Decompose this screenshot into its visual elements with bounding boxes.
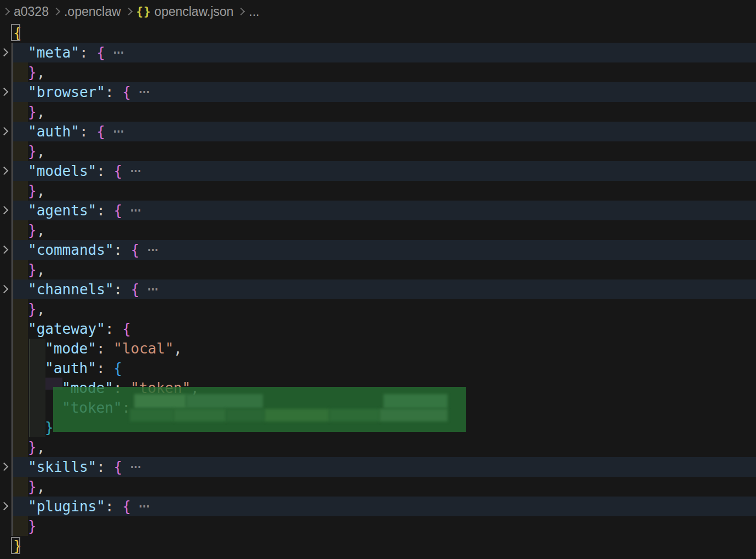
code-line[interactable]: }, bbox=[0, 299, 756, 319]
code-token-b3t: } bbox=[45, 419, 54, 436]
folded-region-ellipsis[interactable]: ··· bbox=[111, 44, 122, 61]
code-token-punct: : bbox=[79, 123, 96, 140]
code-line[interactable]: }, bbox=[0, 62, 756, 82]
code-token-punct: : bbox=[114, 281, 131, 298]
redacted-token-value bbox=[174, 409, 226, 421]
code-token-key: "browser" bbox=[28, 84, 105, 100]
code-token-b2: } bbox=[28, 222, 37, 238]
code-token-key: "agents" bbox=[28, 202, 96, 219]
code-line[interactable]: }, bbox=[0, 477, 756, 497]
code-line[interactable]: "channels": {··· bbox=[0, 280, 756, 299]
redacted-token-value bbox=[130, 409, 174, 421]
folded-region-ellipsis[interactable]: ··· bbox=[136, 84, 147, 100]
breadcrumb-item-subfolder[interactable]: .openclaw bbox=[64, 4, 121, 19]
code-token-punct: : bbox=[96, 459, 113, 475]
code-token-punct: , bbox=[37, 182, 45, 199]
code-token-b3: { bbox=[113, 360, 122, 377]
code-token-b2: { bbox=[114, 459, 123, 475]
code-token-key: "auth" bbox=[45, 360, 96, 377]
redacted-token-value bbox=[329, 409, 380, 421]
code-token-punct: , bbox=[37, 143, 45, 159]
redacted-token-value bbox=[265, 409, 329, 421]
code-line[interactable]: "models": {··· bbox=[0, 161, 756, 181]
fold-chevron-icon[interactable] bbox=[0, 127, 8, 136]
code-token-b2: } bbox=[28, 182, 37, 199]
code-line[interactable]: "plugins": {··· bbox=[0, 497, 756, 516]
bracket-match-highlight bbox=[11, 537, 20, 554]
code-line[interactable]: }, bbox=[0, 181, 756, 201]
code-line[interactable]: } bbox=[0, 536, 756, 556]
code-token-key: "mode" bbox=[45, 340, 96, 357]
code-token-key: "auth" bbox=[28, 123, 79, 140]
code-token-key: "skills" bbox=[28, 459, 96, 475]
code-token-key: "meta" bbox=[28, 44, 79, 61]
code-line[interactable]: "meta": {··· bbox=[0, 43, 756, 62]
redacted-token-value bbox=[380, 409, 448, 421]
code-token-punct: , bbox=[37, 439, 45, 455]
code-line[interactable]: "mode": "local", bbox=[0, 339, 756, 358]
code-line[interactable]: } bbox=[0, 516, 756, 536]
folded-region-ellipsis[interactable]: ··· bbox=[145, 242, 156, 258]
breadcrumb-item-file[interactable]: openclaw.json bbox=[154, 4, 234, 19]
code-line[interactable]: "auth": {··· bbox=[0, 122, 756, 141]
code-token-punct: , bbox=[37, 104, 45, 120]
fold-chevron-icon[interactable] bbox=[0, 463, 8, 471]
folded-region-ellipsis[interactable]: ··· bbox=[128, 202, 139, 219]
chevron-right-icon bbox=[53, 8, 60, 15]
code-line[interactable]: }, bbox=[0, 437, 756, 457]
code-lines: {"meta": {···},"browser": {···},"auth": … bbox=[0, 23, 756, 556]
folded-region-ellipsis[interactable]: ··· bbox=[128, 163, 139, 179]
code-token-b2: { bbox=[96, 123, 105, 140]
redacted-token-value bbox=[226, 409, 265, 421]
breadcrumb-item-folder[interactable]: a0328 bbox=[14, 4, 49, 19]
code-token-key: "commands" bbox=[28, 242, 114, 258]
code-token-key: "models" bbox=[28, 163, 96, 179]
code-token-punct: , bbox=[37, 301, 45, 317]
code-token-b2: { bbox=[131, 242, 140, 258]
code-token-b2: } bbox=[28, 478, 37, 495]
code-line[interactable]: }, bbox=[0, 141, 756, 161]
folded-region-ellipsis[interactable]: ··· bbox=[145, 281, 156, 298]
code-token-punct: : bbox=[79, 44, 96, 61]
bracket-match-highlight bbox=[11, 24, 20, 41]
code-token-punct: : bbox=[96, 340, 113, 357]
code-line[interactable]: "browser": {··· bbox=[0, 82, 756, 102]
code-line[interactable]: "gateway": { bbox=[0, 319, 756, 339]
code-token-b2: { bbox=[131, 281, 140, 298]
code-line[interactable]: "skills": {··· bbox=[0, 457, 756, 477]
code-token-punct: , bbox=[37, 478, 45, 495]
folded-region-ellipsis[interactable]: ··· bbox=[111, 123, 122, 140]
code-line[interactable]: { bbox=[0, 23, 756, 43]
folded-region-ellipsis[interactable]: ··· bbox=[128, 459, 139, 475]
fold-chevron-icon[interactable] bbox=[0, 167, 8, 175]
redacted-token-value bbox=[186, 394, 263, 408]
folded-region-ellipsis[interactable]: ··· bbox=[136, 498, 147, 515]
code-line[interactable]: "agents": {··· bbox=[0, 201, 756, 220]
code-line[interactable]: }, bbox=[0, 102, 756, 122]
code-token-b2: } bbox=[28, 104, 37, 120]
code-token-str: "local" bbox=[113, 340, 174, 357]
code-line[interactable]: "auth": { bbox=[0, 358, 756, 378]
code-token-punct: : bbox=[105, 84, 122, 100]
code-line[interactable]: }, bbox=[0, 220, 756, 240]
code-token-b2: } bbox=[28, 301, 37, 317]
fold-chevron-icon[interactable] bbox=[0, 246, 8, 254]
fold-chevron-icon[interactable] bbox=[0, 88, 8, 96]
code-token-b2: { bbox=[122, 321, 131, 337]
code-token-b2: } bbox=[28, 261, 37, 278]
code-line[interactable]: "commands": {··· bbox=[0, 240, 756, 260]
json-file-icon: {} bbox=[136, 5, 151, 18]
breadcrumb-item-symbol[interactable]: ... bbox=[249, 4, 259, 19]
fold-chevron-icon[interactable] bbox=[0, 502, 8, 511]
code-token-punct: : bbox=[114, 242, 131, 258]
code-line[interactable]: }, bbox=[0, 260, 756, 280]
fold-chevron-icon[interactable] bbox=[0, 285, 8, 294]
fold-chevron-icon[interactable] bbox=[0, 48, 8, 57]
code-token-b2: { bbox=[96, 44, 105, 61]
fold-chevron-icon[interactable] bbox=[0, 206, 8, 215]
code-token-punct: : bbox=[105, 321, 122, 337]
code-token-punct: : bbox=[96, 202, 113, 219]
redacted-token-value bbox=[134, 394, 186, 408]
editor-code-area[interactable]: {"meta": {···},"browser": {···},"auth": … bbox=[0, 23, 756, 559]
code-token-b2: { bbox=[122, 84, 131, 100]
